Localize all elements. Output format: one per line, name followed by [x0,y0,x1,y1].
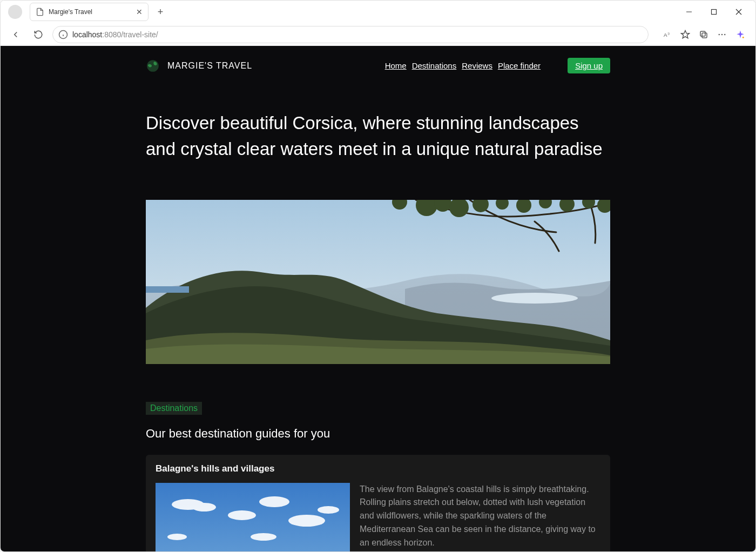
read-aloud-icon[interactable]: A)) [658,26,676,43]
close-tab-icon[interactable]: ✕ [136,8,143,16]
svg-point-37 [318,506,339,514]
svg-marker-9 [681,30,690,38]
svg-rect-30 [146,286,189,293]
url-path: :8080/travel-site/ [102,30,158,39]
svg-point-14 [724,33,725,35]
collections-icon[interactable] [695,26,712,43]
svg-rect-10 [700,31,705,36]
hero-title: Discover beautiful Corsica, where stunni… [146,110,610,162]
svg-point-38 [167,534,187,540]
browser-nav-bar: localhost:8080/travel-site/ A)) [1,23,755,46]
favorites-icon[interactable] [677,26,694,43]
tab-title: Margie's Travel [49,8,132,16]
new-tab-button[interactable]: + [153,4,168,19]
url-host: localhost [72,30,102,39]
primary-nav: Home Destinations Reviews Place finder [385,61,541,70]
minimize-button[interactable] [677,3,701,21]
svg-rect-1 [712,10,717,15]
browser-title-bar: Margie's Travel ✕ + [1,1,755,23]
content-viewport[interactable]: MARGIE'S TRAVEL Home Destinations Review… [1,46,755,551]
globe-logo-icon [146,59,160,73]
close-window-button[interactable] [726,3,751,21]
svg-point-33 [192,503,216,511]
maximize-button[interactable] [701,3,726,21]
svg-point-18 [491,293,578,304]
url-text: localhost:8080/travel-site/ [72,30,158,39]
page-icon [36,8,44,16]
info-icon [58,30,68,39]
nav-link-home[interactable]: Home [385,61,407,70]
svg-rect-11 [702,33,707,38]
copilot-icon[interactable] [732,26,749,43]
card-image [156,483,350,551]
svg-point-34 [228,510,256,520]
svg-text:)): )) [668,32,670,35]
svg-text:A: A [664,31,667,37]
profile-avatar[interactable] [8,5,22,19]
section-heading: Our best destination guides for you [146,427,610,441]
more-icon[interactable] [713,26,731,43]
svg-point-15 [742,36,744,38]
window-controls [677,3,751,21]
nav-link-place-finder[interactable]: Place finder [498,61,541,70]
card-title: Balagne's hills and villages [156,463,600,474]
svg-point-35 [259,496,289,507]
brand-name: MARGIE'S TRAVEL [167,61,252,71]
svg-point-12 [719,33,720,35]
site-header: MARGIE'S TRAVEL Home Destinations Review… [146,58,610,73]
card-text: The view from Balagne's coastal hills is… [360,483,600,551]
section-label: Destinations [146,402,202,415]
svg-point-39 [251,533,276,541]
signup-button[interactable]: Sign up [568,58,610,73]
destination-card: Balagne's hills and villages [146,455,610,551]
hero-image [146,200,610,364]
svg-point-36 [288,515,325,527]
svg-point-13 [721,33,723,35]
page: MARGIE'S TRAVEL Home Destinations Review… [1,46,755,551]
nav-link-reviews[interactable]: Reviews [462,61,492,70]
browser-window: Margie's Travel ✕ + localhost:8080/ [0,0,756,552]
nav-link-destinations[interactable]: Destinations [412,61,457,70]
browser-tab[interactable]: Margie's Travel ✕ [30,3,148,21]
back-button[interactable] [7,26,24,43]
address-bar[interactable]: localhost:8080/travel-site/ [52,26,649,43]
refresh-button[interactable] [30,26,47,43]
toolbar-right-icons: A)) [658,26,749,43]
